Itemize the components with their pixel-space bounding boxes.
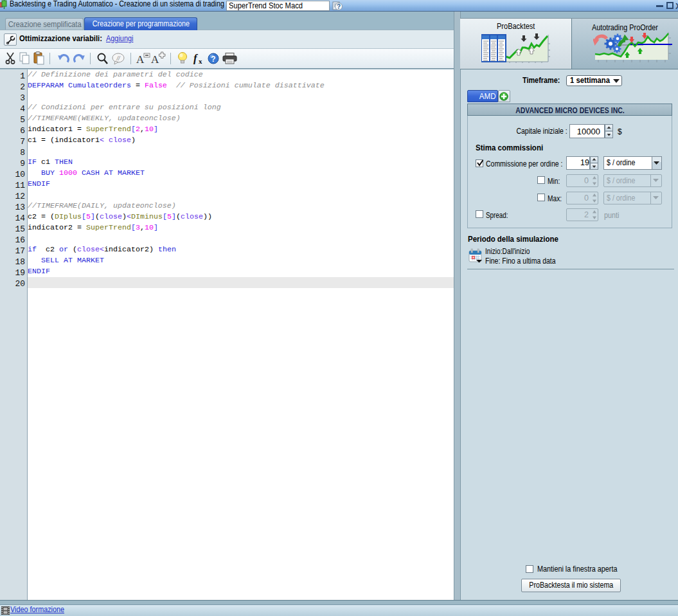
svg-text:x: x: [199, 57, 202, 65]
svg-text:f: f: [193, 52, 199, 64]
svg-text:?: ?: [211, 55, 215, 64]
svg-text:?: ?: [337, 3, 341, 10]
svg-text:A: A: [136, 53, 145, 65]
svg-text:A: A: [151, 53, 159, 65]
